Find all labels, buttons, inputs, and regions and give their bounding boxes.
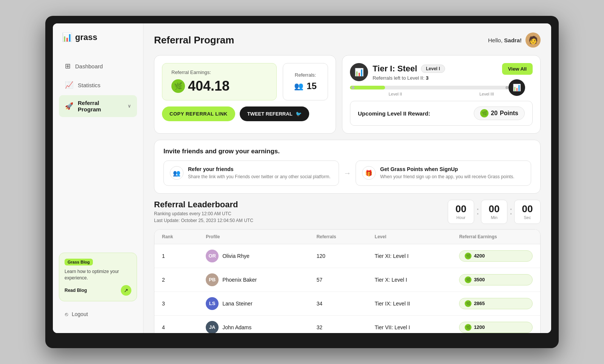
referrals-label: Referrals: [295, 72, 316, 78]
step-title-2: Get Grass Points when SignUp [380, 166, 515, 172]
logo-text: grass [75, 32, 97, 42]
blog-tag: Grass Blog [65, 259, 93, 265]
reward-label: Upcoming Level II Reward: [358, 110, 430, 117]
profile-avatar: OR [206, 250, 219, 262]
avatar: 🧑 [525, 32, 541, 48]
progress-dots [350, 86, 510, 89]
logo-icon: 📊 [62, 32, 72, 42]
profile-avatar: PB [206, 273, 219, 286]
nav-menu: ⊞ Dashboard 📈 Statistics 🚀 Referral Prog… [59, 57, 137, 253]
level-badge: Level I [421, 65, 445, 73]
referrals-box: Referrals: 👥 15 [283, 63, 328, 100]
step-content-2: Get Grass Points when SignUp When your f… [380, 166, 515, 180]
level-cell: Tier VII: Level I [367, 315, 452, 333]
timer-secs: 00 Sec [514, 200, 541, 224]
earnings-inner: Referral Earnings: 🌿 404.18 Referrals: 👥… [162, 63, 328, 100]
rank-cell: 3 [154, 292, 198, 315]
earnings-badge: 🌿 1200 [459, 322, 533, 333]
chevron-down-icon: ∨ [128, 103, 131, 109]
earnings-badge: 🌿 3500 [459, 274, 533, 285]
earnings-cell: 🌿 1200 [451, 315, 540, 333]
invite-step-2: 🎁 Get Grass Points when SignUp When your… [356, 160, 531, 186]
step-desc-1: Share the link with you Friends over twi… [188, 174, 331, 180]
earnings-badge: 🌿 4200 [459, 250, 533, 262]
referrals-value: 👥 15 [294, 81, 317, 91]
progress-dot [505, 86, 508, 89]
profile-cell: LS Lana Steiner [198, 292, 309, 315]
leaderboard-table: Rank Profile Referrals Level Referral Ea… [154, 229, 541, 333]
earnings-card: Referral Earnings: 🌿 404.18 Referrals: 👥… [154, 55, 336, 134]
sidebar-item-dashboard[interactable]: ⊞ Dashboard [59, 57, 137, 75]
profile-avatar: JA [206, 321, 219, 333]
timer-separator-1: ⁚ [476, 207, 479, 216]
rank-cell: 4 [154, 315, 198, 333]
rank-cell: 2 [154, 268, 198, 292]
logo: 📊 grass [59, 32, 137, 42]
col-earnings: Referral Earnings [451, 230, 540, 244]
col-profile: Profile [198, 230, 309, 244]
coin-icon: 🌿 [171, 79, 185, 93]
profile-avatar: LS [206, 297, 219, 310]
earnings-cell: 🌿 3500 [451, 268, 540, 292]
profile-cell: PB Phoenix Baker [198, 268, 309, 292]
earnings-cell: 🌿 2865 [451, 292, 540, 315]
timer-mins-value: 00 [487, 204, 502, 214]
tier-subtitle: Referrals left to Level II: 3 [373, 75, 533, 81]
view-all-button[interactable]: View All [502, 63, 533, 75]
referral-icon: 🚀 [65, 102, 73, 110]
reward-coin-icon: 🌿 [480, 109, 488, 117]
profile-name: Olivia Rhye [222, 253, 250, 259]
progress-dot [351, 86, 354, 89]
level-cell: Tier XI: Level I [367, 244, 452, 268]
reward-section: Upcoming Level II Reward: 🌿 20 Points [350, 101, 533, 126]
users-icon: 👥 [294, 82, 304, 91]
top-section: Referral Earnings: 🌿 404.18 Referrals: 👥… [154, 55, 541, 134]
progress-section: 📊 Level II Level III [350, 86, 533, 96]
table-row: 2 PB Phoenix Baker 57 Tier X: Level I 🌿 … [154, 268, 540, 292]
timer-hours-value: 00 [453, 204, 468, 214]
statistics-icon: 📈 [65, 81, 73, 89]
referrals-cell: 120 [309, 244, 367, 268]
tier-avatar: 📊 [350, 63, 368, 81]
level-cell: Tier X: Level I [367, 268, 452, 292]
reward-value: 🌿 20 Points [474, 106, 525, 120]
profile-name: John Adams [222, 324, 251, 330]
small-coin-icon: 🌿 [465, 324, 471, 331]
progress-bar [350, 86, 510, 89]
twitter-icon: 🐦 [296, 111, 302, 117]
blog-arrow-button[interactable]: ↗ [121, 285, 131, 296]
cta-buttons: COPY REFERRAL LINK TWEET REFERRAL 🐦 [162, 106, 328, 121]
blog-read-link[interactable]: Read Blog [65, 288, 87, 293]
timer-secs-value: 00 [520, 204, 535, 214]
logout-icon: ⎋ [65, 311, 68, 317]
sidebar-item-label: Referral Program [78, 100, 123, 113]
rankings-table: Rank Profile Referrals Level Referral Ea… [154, 230, 540, 333]
table-row: 4 JA John Adams 32 Tier VII: Level I 🌿 1… [154, 315, 540, 333]
user-name: Sadra! [504, 37, 522, 43]
sidebar-item-label: Dashboard [75, 63, 103, 69]
logout-button[interactable]: ⎋ Logout [59, 307, 137, 321]
earnings-cell: 🌿 4200 [451, 244, 540, 268]
timer-secs-label: Sec [520, 215, 535, 220]
ranking-note: Ranking updates every 12:00 AM UTC [154, 211, 253, 216]
rank-cell: 1 [154, 244, 198, 268]
blog-read-row: Read Blog ↗ [65, 285, 131, 296]
tweet-referral-button[interactable]: TWEET REFERRAL 🐦 [240, 106, 309, 121]
leaderboard-header: Referral Leaderboard Ranking updates eve… [154, 200, 541, 224]
invite-title: Invite friends and grow your earnings. [163, 148, 531, 155]
earnings-value: 🌿 404.18 [171, 78, 267, 94]
refer-friends-icon: 👥 [170, 166, 183, 180]
sidebar-item-referral[interactable]: 🚀 Referral Program ∨ [59, 95, 137, 117]
progress-labels: Level II Level III [350, 92, 533, 96]
tier-card: View All 📊 Tier I: Steel Level I Referra… [342, 55, 541, 134]
earnings-badge: 🌿 2865 [459, 298, 533, 309]
copy-referral-button[interactable]: COPY REFERRAL LINK [162, 106, 235, 121]
timer-mins-label: Min [487, 215, 502, 220]
profile-name: Lana Steiner [222, 301, 252, 307]
hello-text: Hello, Sadra! [488, 37, 522, 43]
sidebar-item-statistics[interactable]: 📈 Statistics [59, 76, 137, 94]
step-title-1: Refer your friends [188, 166, 331, 172]
table-row: 1 OR Olivia Rhye 120 Tier XI: Level I 🌿 … [154, 244, 540, 268]
level-cell: Tier IX: Level II [367, 292, 452, 315]
leaderboard-section: Referral Leaderboard Ranking updates eve… [154, 200, 541, 333]
